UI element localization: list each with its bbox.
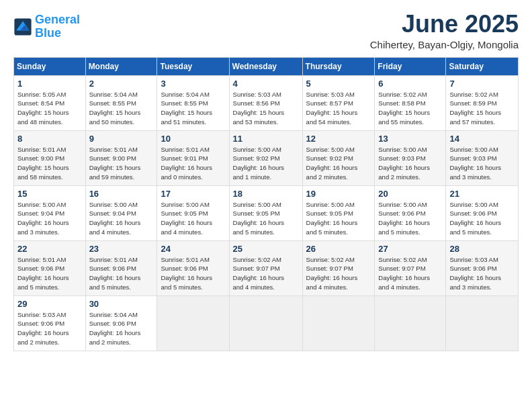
table-row: 23Sunrise: 5:01 AMSunset: 9:06 PMDayligh… <box>85 240 157 295</box>
day-number: 25 <box>233 244 299 254</box>
table-row: 9Sunrise: 5:01 AMSunset: 9:00 PMDaylight… <box>85 130 157 185</box>
day-number: 5 <box>306 79 371 89</box>
day-number: 13 <box>378 134 442 144</box>
col-saturday: Saturday <box>446 57 519 75</box>
day-number: 1 <box>17 79 82 89</box>
table-row: 30Sunrise: 5:04 AMSunset: 9:06 PMDayligh… <box>85 295 157 351</box>
day-info: Sunrise: 5:00 AMSunset: 9:04 PMDaylight:… <box>17 200 82 237</box>
day-info: Sunrise: 5:01 AMSunset: 9:06 PMDaylight:… <box>17 255 82 292</box>
day-info: Sunrise: 5:03 AMSunset: 8:57 PMDaylight:… <box>306 90 371 127</box>
calendar-table: Sunday Monday Tuesday Wednesday Thursday… <box>13 57 519 351</box>
table-row: 3Sunrise: 5:04 AMSunset: 8:55 PMDaylight… <box>157 75 229 130</box>
day-number: 20 <box>378 189 442 199</box>
page: General Blue June 2025 Chihertey, Bayan-… <box>0 0 532 411</box>
day-number: 8 <box>17 134 82 144</box>
table-row: 16Sunrise: 5:00 AMSunset: 9:04 PMDayligh… <box>85 185 157 240</box>
day-number: 11 <box>233 134 299 144</box>
day-info: Sunrise: 5:05 AMSunset: 8:54 PMDaylight:… <box>17 90 82 127</box>
logo-icon <box>13 17 32 36</box>
table-row: 26Sunrise: 5:02 AMSunset: 9:07 PMDayligh… <box>302 240 375 295</box>
day-number: 24 <box>161 244 225 254</box>
day-info: Sunrise: 5:02 AMSunset: 9:07 PMDaylight:… <box>233 255 299 292</box>
table-row: 19Sunrise: 5:00 AMSunset: 9:05 PMDayligh… <box>302 185 375 240</box>
day-info: Sunrise: 5:02 AMSunset: 8:59 PMDaylight:… <box>449 90 515 127</box>
logo: General Blue <box>13 13 80 40</box>
table-row <box>229 295 302 351</box>
table-row: 10Sunrise: 5:01 AMSunset: 9:01 PMDayligh… <box>157 130 229 185</box>
day-info: Sunrise: 5:04 AMSunset: 8:55 PMDaylight:… <box>161 90 225 127</box>
day-number: 23 <box>89 244 154 254</box>
day-info: Sunrise: 5:00 AMSunset: 9:05 PMDaylight:… <box>161 200 225 237</box>
day-number: 2 <box>89 79 154 89</box>
day-info: Sunrise: 5:00 AMSunset: 9:06 PMDaylight:… <box>449 200 515 237</box>
day-number: 10 <box>161 134 225 144</box>
table-row: 1Sunrise: 5:05 AMSunset: 8:54 PMDaylight… <box>14 75 86 130</box>
table-row: 15Sunrise: 5:00 AMSunset: 9:04 PMDayligh… <box>14 185 86 240</box>
table-row: 2Sunrise: 5:04 AMSunset: 8:55 PMDaylight… <box>85 75 157 130</box>
day-number: 7 <box>449 79 515 89</box>
day-number: 6 <box>378 79 442 89</box>
day-number: 9 <box>89 134 154 144</box>
day-info: Sunrise: 5:01 AMSunset: 9:06 PMDaylight:… <box>161 255 225 292</box>
table-row: 24Sunrise: 5:01 AMSunset: 9:06 PMDayligh… <box>157 240 229 295</box>
day-number: 14 <box>449 134 515 144</box>
calendar-week-row: 22Sunrise: 5:01 AMSunset: 9:06 PMDayligh… <box>14 240 519 295</box>
table-row: 27Sunrise: 5:02 AMSunset: 9:07 PMDayligh… <box>375 240 446 295</box>
day-info: Sunrise: 5:00 AMSunset: 9:04 PMDaylight:… <box>89 200 154 237</box>
day-info: Sunrise: 5:02 AMSunset: 9:07 PMDaylight:… <box>378 255 442 292</box>
table-row: 21Sunrise: 5:00 AMSunset: 9:06 PMDayligh… <box>446 185 519 240</box>
calendar-week-row: 29Sunrise: 5:03 AMSunset: 9:06 PMDayligh… <box>14 295 519 351</box>
logo-blue: Blue <box>35 26 61 40</box>
table-row <box>157 295 229 351</box>
day-info: Sunrise: 5:00 AMSunset: 9:03 PMDaylight:… <box>378 145 442 182</box>
calendar-week-row: 8Sunrise: 5:01 AMSunset: 9:00 PMDaylight… <box>14 130 519 185</box>
table-row <box>375 295 446 351</box>
day-number: 26 <box>306 244 371 254</box>
col-friday: Friday <box>375 57 446 75</box>
table-row: 13Sunrise: 5:00 AMSunset: 9:03 PMDayligh… <box>375 130 446 185</box>
day-info: Sunrise: 5:03 AMSunset: 9:06 PMDaylight:… <box>449 255 515 292</box>
calendar-week-row: 15Sunrise: 5:00 AMSunset: 9:04 PMDayligh… <box>14 185 519 240</box>
calendar-week-row: 1Sunrise: 5:05 AMSunset: 8:54 PMDaylight… <box>14 75 519 130</box>
col-sunday: Sunday <box>14 57 86 75</box>
location-subtitle: Chihertey, Bayan-Olgiy, Mongolia <box>370 39 519 50</box>
day-info: Sunrise: 5:00 AMSunset: 9:05 PMDaylight:… <box>233 200 299 237</box>
day-info: Sunrise: 5:00 AMSunset: 9:02 PMDaylight:… <box>306 145 371 182</box>
day-info: Sunrise: 5:00 AMSunset: 9:05 PMDaylight:… <box>306 200 371 237</box>
day-info: Sunrise: 5:02 AMSunset: 8:58 PMDaylight:… <box>378 90 442 127</box>
day-info: Sunrise: 5:02 AMSunset: 9:07 PMDaylight:… <box>306 255 371 292</box>
day-info: Sunrise: 5:04 AMSunset: 8:55 PMDaylight:… <box>89 90 154 127</box>
table-row: 5Sunrise: 5:03 AMSunset: 8:57 PMDaylight… <box>302 75 375 130</box>
table-row: 17Sunrise: 5:00 AMSunset: 9:05 PMDayligh… <box>157 185 229 240</box>
day-number: 16 <box>89 189 154 199</box>
table-row: 20Sunrise: 5:00 AMSunset: 9:06 PMDayligh… <box>375 185 446 240</box>
header-row: Sunday Monday Tuesday Wednesday Thursday… <box>14 57 519 75</box>
table-row: 22Sunrise: 5:01 AMSunset: 9:06 PMDayligh… <box>14 240 86 295</box>
day-number: 4 <box>233 79 299 89</box>
day-number: 15 <box>17 189 82 199</box>
title-section: June 2025 Chihertey, Bayan-Olgiy, Mongol… <box>370 11 519 50</box>
col-monday: Monday <box>85 57 157 75</box>
table-row: 7Sunrise: 5:02 AMSunset: 8:59 PMDaylight… <box>446 75 519 130</box>
day-number: 3 <box>161 79 225 89</box>
table-row: 12Sunrise: 5:00 AMSunset: 9:02 PMDayligh… <box>302 130 375 185</box>
day-info: Sunrise: 5:01 AMSunset: 9:01 PMDaylight:… <box>161 145 225 182</box>
col-thursday: Thursday <box>302 57 375 75</box>
table-row <box>446 295 519 351</box>
table-row: 8Sunrise: 5:01 AMSunset: 9:00 PMDaylight… <box>14 130 86 185</box>
table-row: 28Sunrise: 5:03 AMSunset: 9:06 PMDayligh… <box>446 240 519 295</box>
day-number: 30 <box>89 299 154 309</box>
day-number: 21 <box>449 189 515 199</box>
day-number: 18 <box>233 189 299 199</box>
day-number: 12 <box>306 134 371 144</box>
table-row: 29Sunrise: 5:03 AMSunset: 9:06 PMDayligh… <box>14 295 86 351</box>
table-row: 25Sunrise: 5:02 AMSunset: 9:07 PMDayligh… <box>229 240 302 295</box>
day-number: 28 <box>449 244 515 254</box>
table-row: 6Sunrise: 5:02 AMSunset: 8:58 PMDaylight… <box>375 75 446 130</box>
day-info: Sunrise: 5:03 AMSunset: 9:06 PMDaylight:… <box>17 310 82 347</box>
day-info: Sunrise: 5:01 AMSunset: 9:00 PMDaylight:… <box>89 145 154 182</box>
day-number: 19 <box>306 189 371 199</box>
day-number: 27 <box>378 244 442 254</box>
day-number: 22 <box>17 244 82 254</box>
header: General Blue June 2025 Chihertey, Bayan-… <box>13 11 519 50</box>
